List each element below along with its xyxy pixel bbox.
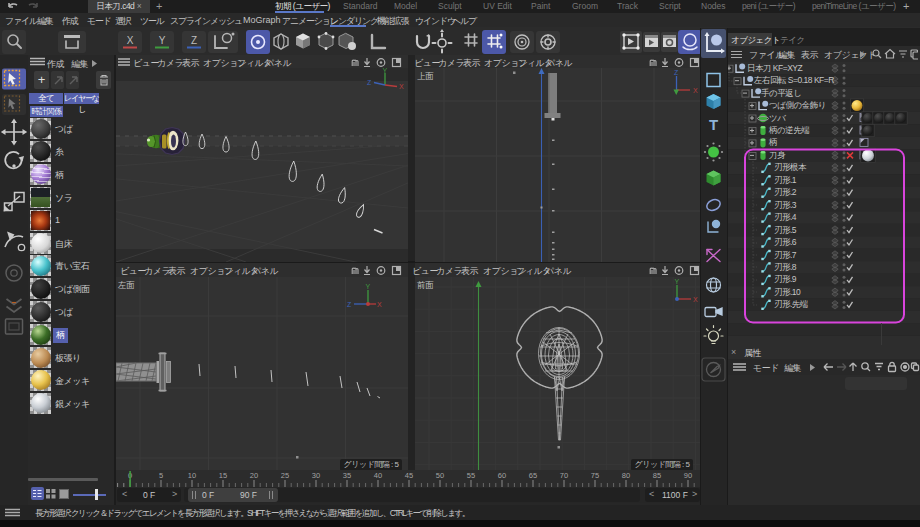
svg-text:15: 15 [219, 471, 227, 480]
svg-text:Z: Z [191, 35, 197, 46]
svg-text:5: 5 [159, 471, 163, 480]
svg-text:85: 85 [653, 471, 661, 480]
svg-text:70: 70 [560, 471, 568, 480]
svg-text:Y: Y [366, 283, 371, 290]
svg-text:40: 40 [374, 471, 382, 480]
svg-text:50: 50 [436, 471, 444, 480]
svg-text:Y: Y [159, 35, 166, 46]
svg-text:X: X [693, 296, 698, 303]
svg-text:90: 90 [684, 471, 692, 480]
svg-text:X: X [399, 83, 404, 90]
svg-text:10: 10 [188, 471, 196, 480]
svg-text:Z: Z [674, 69, 679, 76]
svg-text:65: 65 [529, 471, 537, 480]
svg-text:20: 20 [250, 471, 258, 480]
svg-text:Y: Y [383, 68, 388, 74]
svg-text:55: 55 [467, 471, 475, 480]
svg-text:Z: Z [347, 301, 352, 308]
svg-text:30: 30 [312, 471, 320, 480]
svg-text:25: 25 [281, 471, 289, 480]
svg-text:60: 60 [498, 471, 506, 480]
svg-text:80: 80 [622, 471, 630, 480]
svg-text:X: X [377, 301, 382, 308]
svg-text:X: X [127, 35, 134, 46]
svg-text:T: T [709, 116, 718, 133]
svg-text:X: X [693, 87, 698, 94]
svg-text:45: 45 [405, 471, 413, 480]
svg-text:Z: Z [367, 79, 372, 86]
svg-text:35: 35 [343, 471, 351, 480]
svg-text:Y: Y [675, 278, 680, 285]
svg-text:75: 75 [591, 471, 599, 480]
